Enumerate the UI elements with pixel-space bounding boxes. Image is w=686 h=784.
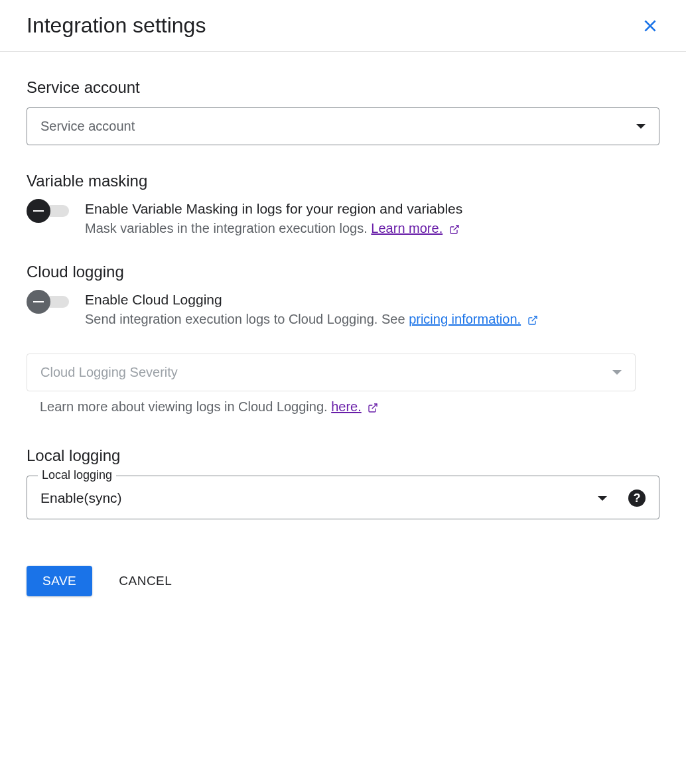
cloud-logging-row: Enable Cloud Logging Send integration ex… <box>27 292 659 327</box>
cloud-logging-label: Enable Cloud Logging <box>85 292 659 308</box>
cloud-logging-severity-placeholder: Cloud Logging Severity <box>40 365 178 380</box>
variable-masking-heading: Variable masking <box>27 172 659 190</box>
svg-line-3 <box>531 316 536 321</box>
chevron-down-icon <box>598 496 607 501</box>
local-logging-floating-label: Local logging <box>38 468 116 482</box>
close-button[interactable] <box>641 17 659 35</box>
svg-line-2 <box>453 226 458 230</box>
cloud-logging-helper: Learn more about viewing logs in Cloud L… <box>40 399 659 415</box>
help-icon[interactable]: ? <box>628 490 646 507</box>
toggle-thumb-icon <box>27 290 50 314</box>
variable-masking-label: Enable Variable Masking in logs for your… <box>85 201 659 217</box>
cloud-logging-heading: Cloud logging <box>27 263 659 281</box>
dialog-title: Integration settings <box>27 13 206 38</box>
cloud-logging-toggle[interactable] <box>27 294 70 309</box>
variable-masking-desc: Mask variables in the integration execut… <box>85 221 659 236</box>
dialog-header: Integration settings <box>0 0 686 52</box>
learn-more-link[interactable]: Learn more. <box>371 221 443 235</box>
external-link-icon <box>527 315 538 326</box>
action-buttons: SAVE CANCEL <box>27 566 659 596</box>
save-button[interactable]: SAVE <box>27 566 92 596</box>
here-link[interactable]: here. <box>331 399 362 414</box>
cloud-logging-desc: Send integration execution logs to Cloud… <box>85 312 659 327</box>
minus-icon <box>33 210 44 212</box>
variable-masking-row: Enable Variable Masking in logs for your… <box>27 201 659 236</box>
minus-icon <box>33 301 44 303</box>
service-account-placeholder: Service account <box>40 119 135 134</box>
toggle-thumb-icon <box>27 199 50 223</box>
chevron-down-icon <box>636 124 646 129</box>
close-icon <box>642 17 659 34</box>
dialog-content: Service account Service account Variable… <box>0 52 686 623</box>
pricing-info-link[interactable]: pricing information. <box>409 312 521 326</box>
external-link-icon <box>449 224 460 235</box>
local-logging-select[interactable]: Local logging Enable(sync) ? <box>27 476 659 519</box>
service-account-heading: Service account <box>27 78 659 97</box>
svg-line-4 <box>372 404 377 409</box>
local-logging-value: Enable(sync) <box>40 490 122 506</box>
cancel-button[interactable]: CANCEL <box>119 574 172 588</box>
local-logging-heading: Local logging <box>27 446 659 465</box>
cloud-logging-severity-select: Cloud Logging Severity <box>27 354 636 391</box>
service-account-select[interactable]: Service account <box>27 107 659 145</box>
chevron-down-icon <box>612 370 622 375</box>
external-link-icon <box>368 403 378 413</box>
variable-masking-toggle[interactable] <box>27 204 70 218</box>
